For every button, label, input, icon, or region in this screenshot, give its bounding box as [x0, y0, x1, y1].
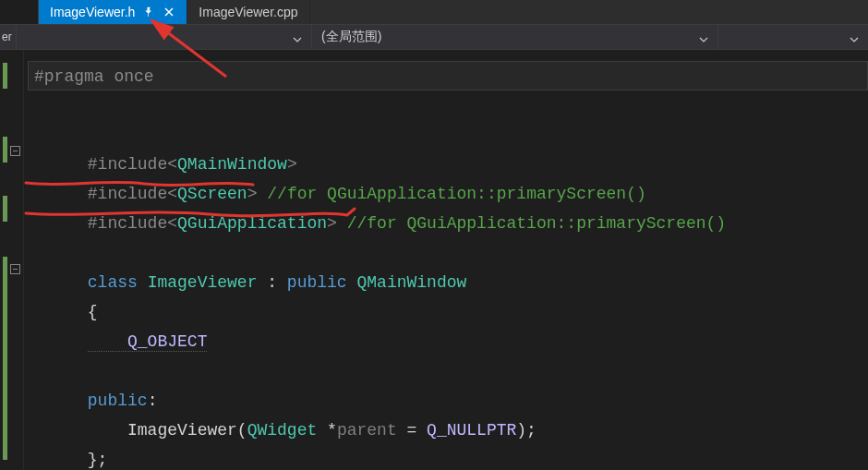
token-macro: Q_OBJECT — [88, 332, 208, 352]
blank-line — [28, 90, 868, 120]
tab-imageviewer-h[interactable]: ImageViewer.h — [39, 0, 187, 24]
code-line: #include<QScreen> //for QGuiApplication:… — [28, 150, 868, 179]
code-line: #include<QMainWindow> — [28, 120, 868, 150]
code-line: Q_OBJECT — [28, 297, 868, 327]
pin-icon[interactable] — [142, 6, 155, 18]
change-mark — [3, 137, 7, 163]
scope-dropdown-middle[interactable]: (全局范围) — [312, 25, 718, 49]
code-line: ImageViewer(QWidget *parent = Q_NULLPTR)… — [28, 386, 868, 416]
scope-middle-value: (全局范围) — [321, 29, 381, 45]
code-area[interactable]: #pragma once #include<QMainWindow> #incl… — [24, 50, 868, 470]
token-preproc: #include — [88, 214, 167, 233]
code-line: public: — [28, 356, 868, 386]
gutter — [0, 50, 24, 470]
code-line: { — [28, 268, 868, 297]
scope-dropdown-left[interactable] — [17, 25, 312, 49]
fold-toggle[interactable] — [10, 146, 20, 156]
close-icon[interactable] — [163, 6, 175, 18]
tab-label: ImageViewer.h — [50, 5, 135, 19]
tab-bar-lead — [0, 0, 39, 24]
token-punc: < — [167, 214, 177, 233]
chevron-down-icon — [293, 32, 302, 42]
tab-imageviewer-cpp[interactable]: ImageViewer.cpp — [187, 0, 309, 24]
token-type: QGuiApplication — [177, 214, 327, 233]
token-preproc: #pragma once — [34, 67, 154, 86]
code-line: class ImageViewer : public QMainWindow — [28, 238, 868, 268]
change-mark — [3, 196, 7, 222]
token-comment: //for QGuiApplication::primaryScreen() — [337, 214, 726, 233]
change-mark — [3, 257, 7, 460]
scope-left-fragment: er — [0, 25, 17, 49]
chevron-down-icon — [699, 32, 708, 42]
code-line: #include<QGuiApplication> //for QGuiAppl… — [28, 179, 868, 209]
change-mark — [3, 63, 7, 89]
code-line: }; — [28, 416, 868, 445]
token-punc: > — [327, 214, 337, 233]
chevron-down-icon — [850, 32, 859, 42]
tab-bar: ImageViewer.h ImageViewer.cpp — [0, 0, 868, 24]
scope-left-text: er — [2, 30, 12, 43]
scope-bar: er (全局范围) — [0, 24, 868, 50]
token-punc: }; — [88, 451, 108, 469]
fold-toggle[interactable] — [10, 264, 20, 274]
scope-dropdown-right[interactable] — [718, 25, 868, 49]
tab-label: ImageViewer.cpp — [199, 5, 297, 19]
code-line: #pragma once — [28, 61, 868, 90]
editor: #pragma once #include<QMainWindow> #incl… — [0, 50, 868, 470]
